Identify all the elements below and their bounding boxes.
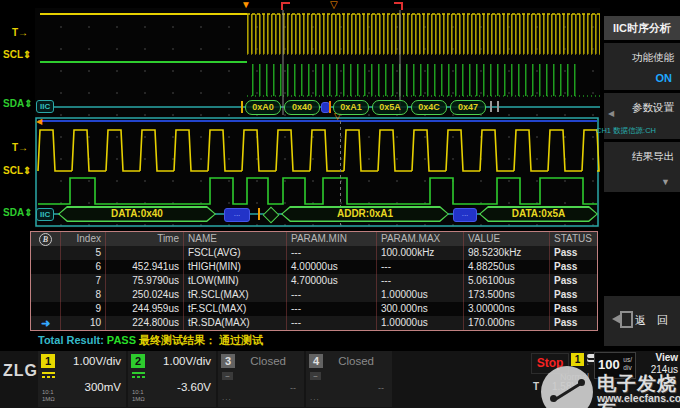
iic-bus-badge-2: IIC [36,208,54,221]
channel-4-offset: -- [378,383,384,393]
table-header-row: B Index Time NAME PARAM.MIN PARAM.MAX VA… [31,232,597,246]
channel-1-badge: 1 [41,354,55,368]
trigger-source-badge[interactable]: 1 [571,353,584,366]
menu-function-enable-button[interactable]: 功能使能 ON [604,43,680,90]
decode-byte: 0x4C [411,100,447,115]
export-results-label: 结果导出 [632,150,674,164]
channel-3-offset: -- [290,383,296,393]
decode-ellipsis-box: ... [224,208,250,222]
channel-3-badge: 3 [221,354,235,368]
view-label: View [638,352,678,363]
table-row[interactable]: 6452.941us tHIGH(MIN)4.00000us ---4.8825… [31,260,597,274]
selected-row-pointer-icon: ➜ [41,317,50,329]
scl-channel-label-2[interactable]: SCL⇕ [3,166,31,176]
total-result-line: Total Result: PASS 最终测试结果： 通过测试 [38,333,263,348]
bus-end-bracket-icon [490,101,499,112]
waveform-traces [35,8,600,228]
decode-frame-data1: DATA:0x40 [58,206,216,222]
zoom-cursor-left-handle[interactable] [281,2,290,10]
channel-1-scale: 1.00V/div [73,355,121,367]
channel-2-scale: 1.00V/div [163,355,211,367]
channel-2-block[interactable]: 2 10:11MΩ 1.00V/div -3.60V [128,351,216,407]
channel-1-offset: 300mV [85,381,121,393]
channel-1-block[interactable]: 1 10:11MΩ 1.00V/div 300mV [38,351,126,407]
coupling-dc-icon [132,372,145,380]
restart-tick-icon [329,101,331,113]
scl-channel-label-1[interactable]: SCL⇕ [3,50,31,60]
decode-byte: 0xA0 [245,100,281,115]
timebase-unit: us/div [623,356,632,372]
dropdown-arrow-icon: ▼ [661,177,670,187]
channel-3-coupling-off-icon: – [222,372,233,380]
loop-b-icon: B [39,233,52,246]
channel-4-coupling-off-icon: – [310,372,321,380]
timebase-value: 100 [598,357,620,372]
menu-parameter-settings-button[interactable]: ◀ 参数设置 CH1 数据信源:CH [604,93,680,139]
menu-back-button[interactable]: 返 回 [604,296,680,346]
trigger-level-label-2[interactable]: T→ [12,143,28,153]
watermark-url: www.elecfans.com [597,392,680,404]
probe-ratio-label: 10:11MΩ [132,389,145,403]
function-enable-label: 功能使能 [632,51,674,65]
parameter-settings-source: CH1 数据信源:CH [596,126,680,136]
table-row[interactable]: 9244.959us tF.SCL(MAX)--- 300.000ns3.000… [31,302,597,316]
decode-byte: 0x5A [372,100,408,115]
probe-ratio-label: 10:11MΩ [42,389,55,403]
channel-4-dots: ... [310,393,320,402]
channel-3-state: Closed [250,355,286,367]
measurement-table: B Index Time NAME PARAM.MIN PARAM.MAX VA… [30,231,598,331]
total-result-chinese: 最终测试结果： 通过测试 [139,334,263,346]
sda-channel-label-1[interactable]: SDA⇕ [3,99,33,109]
trigger-position-marker[interactable]: ▼ [241,0,251,10]
total-result-value: PASS [107,334,136,346]
oscilloscope-screen: ▼ ▽ ▽ ◀ T→ SCL⇕ SDA⇕ T→ SCL⇕ SDA⇕ IIC 0x… [0,0,680,408]
trigger-coupling-label: T [533,381,539,392]
iic-bus-badge-1: IIC [36,100,54,113]
decode-byte: 0x47 [450,100,486,115]
parameter-settings-label: 参数设置 [632,101,674,115]
total-result-label: Total Result: [38,334,104,346]
channel-4-badge: 4 [309,354,323,368]
zoom-cursor-right-handle[interactable] [394,2,403,10]
waveform-display[interactable] [35,8,600,228]
channel-3-dots: ... [222,393,232,402]
channel-3-block[interactable]: 3 – ... Closed -- [218,351,304,407]
function-enable-value: ON [656,72,673,84]
trigger-hollow-marker[interactable]: ▽ [330,0,338,10]
coupling-dc-icon [42,372,55,380]
table-row-selected[interactable]: ➜ 10224.800us tR.SDA(MAX)--- 1.00000us17… [31,316,597,330]
submenu-left-arrow-icon: ◀ [608,109,614,118]
zoom-left-edge-marker: ◀ [36,117,42,127]
channel-2-offset: -3.60V [177,381,211,393]
table-row[interactable]: 775.9790us tLOW(MIN)4.70000us ---5.06100… [31,274,597,288]
channel-2-badge: 2 [131,354,145,368]
decode-byte: 0xA1 [333,100,369,115]
table-row[interactable]: 5 FSCL(AVG)--- 100.000kHz98.5230kHz Pass [31,246,597,260]
brand-logo: ZLG [3,362,38,380]
trigger-level-label-1[interactable]: T→ [12,28,28,38]
menu-title: IIC时序分析 [604,16,680,40]
channel-4-block[interactable]: 4 – ... Closed -- [306,351,392,407]
channel-4-state: Closed [338,355,374,367]
back-label: 返 回 [635,313,672,328]
frame-tick-icon [258,208,260,220]
menu-export-results-button[interactable]: 结果导出 ▼ [604,142,680,192]
bus-start-tick-icon [241,101,243,113]
sda-channel-label-2[interactable]: SDA⇕ [3,208,33,218]
back-door-icon [620,311,633,328]
decode-ellipsis-box: ... [453,208,477,222]
decode-frame-addr: ADDR:0xA1 [281,206,449,222]
decode-frame-data2: DATA:0x5A [479,206,598,222]
table-row[interactable]: 8250.024us tR.SCL(MAX)--- 1.00000us173.5… [31,288,597,302]
decode-byte: 0x40 [284,100,320,115]
